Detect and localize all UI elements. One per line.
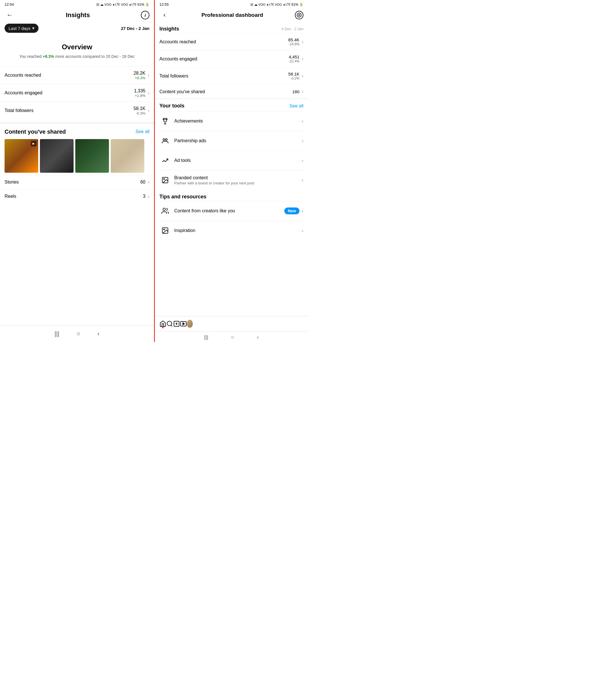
back-button-right[interactable]: ‹	[159, 10, 170, 20]
content-see-all-button[interactable]: See all	[135, 129, 150, 134]
thumbnail-2[interactable]	[40, 139, 73, 173]
play-icon-1: ▶	[31, 141, 37, 146]
stat-row-accounts-reached[interactable]: Accounts reached 28.2K +8.3% ›	[0, 66, 154, 84]
date-filter-pill[interactable]: Last 7 days ▾	[4, 24, 39, 33]
chevron-icon: ›	[302, 73, 304, 79]
svg-point-7	[164, 229, 164, 230]
chevron-icon: ›	[148, 90, 150, 96]
right-stat-row-accounts-engaged[interactable]: Accounts engaged 4,451 -22.4% ›	[159, 50, 304, 67]
android-home-icon[interactable]: ○	[231, 334, 234, 340]
tip-creators-like-you[interactable]: Content from creators like you New ›	[159, 201, 304, 221]
bottom-nav-left: ||| ○ ‹	[0, 325, 154, 342]
info-button[interactable]: i	[141, 11, 150, 19]
page-title-left: Insights	[66, 12, 90, 19]
svg-point-2	[166, 138, 168, 140]
content-section: Content you've shared See all ▶	[0, 124, 154, 175]
chevron-icon: ›	[302, 177, 304, 183]
tool-branded-content[interactable]: Branded content Partner with a brand or …	[159, 170, 304, 190]
stat-row-accounts-engaged[interactable]: Accounts engaged 1,335 +1.8% ›	[0, 84, 154, 102]
creators-icon	[159, 205, 171, 216]
tip-inspiration[interactable]: Inspiration ›	[159, 221, 304, 240]
ad-tools-icon	[159, 155, 171, 166]
tools-see-all-button[interactable]: See all	[289, 104, 304, 109]
chevron-icon: ›	[302, 158, 304, 164]
status-icons-left: ⊟ ☁ VOO ▲LTE VOO ▲LTE 61% 🔋	[96, 3, 150, 6]
partnership-ads-icon	[159, 135, 171, 146]
branded-content-icon	[159, 175, 171, 186]
right-panel: 12:55 ⊟ ☁ VOO ▲LTE VOO ▲LTE 61% 🔋 ‹ Prof…	[154, 0, 308, 342]
stories-row[interactable]: Stories 60 ›	[0, 175, 154, 189]
tool-partnership-ads[interactable]: Partnership ads ›	[159, 131, 304, 151]
gear-icon[interactable]	[295, 11, 304, 19]
thumbnail-3[interactable]	[75, 139, 109, 173]
tools-title: Your tools	[159, 103, 184, 109]
right-stat-row-total-followers[interactable]: Total followers 58.1K -0.2% ›	[159, 67, 304, 84]
overview-section: Overview You reached +8.3% more accounts…	[0, 37, 154, 64]
stat-row-total-followers[interactable]: Total followers 58.1K -0.3% ›	[0, 102, 154, 119]
inspiration-icon	[159, 225, 171, 236]
insights-header: Insights 4 Dec - 2 Jan	[159, 26, 304, 32]
tips-section: Tips and resources Content from creators…	[155, 190, 308, 240]
chevron-icon: ›	[148, 179, 150, 185]
new-badge: New	[284, 207, 300, 214]
overview-title: Overview	[4, 43, 150, 51]
svg-point-4	[164, 179, 164, 180]
status-time-left: 12:54	[4, 2, 14, 6]
nav-back-icon[interactable]: ‹	[97, 330, 100, 338]
date-filter-row: Last 7 days ▾ 27 Dec - 2 Jan	[0, 24, 154, 37]
status-icons-right: ⊟ ☁ VOO ▲LTE VOO ▲LTE 61% 🔋	[250, 3, 304, 6]
svg-point-8	[167, 321, 172, 326]
insights-date: 4 Dec - 2 Jan	[282, 27, 304, 31]
status-time-right: 12:55	[159, 2, 169, 6]
nav-home-icon[interactable]: ○	[76, 330, 80, 338]
tips-title: Tips and resources	[159, 194, 304, 200]
top-nav-left: ← Insights i	[0, 8, 154, 24]
right-stat-row-content-shared[interactable]: Content you've shared 180 ›	[159, 84, 304, 99]
chevron-icon: ›	[302, 56, 304, 62]
svg-line-9	[171, 325, 172, 326]
tool-achievements[interactable]: Achievements ›	[159, 111, 304, 131]
tools-section: Your tools See all Achievements ›	[155, 99, 308, 190]
search-icon[interactable]	[166, 320, 173, 327]
chevron-icon: ›	[302, 208, 304, 214]
profile-avatar[interactable]	[187, 320, 193, 328]
thumbnail-4[interactable]	[111, 139, 144, 173]
chevron-icon: ›	[302, 39, 304, 45]
achievements-icon	[159, 115, 171, 127]
thumbnails-row: ▶	[4, 139, 150, 173]
status-bar-right: 12:55 ⊟ ☁ VOO ▲LTE VOO ▲LTE 61% 🔋	[155, 0, 308, 8]
android-bottom-nav: ||| ○ ‹	[155, 331, 308, 342]
section-divider	[0, 122, 154, 124]
chevron-icon: ›	[302, 138, 304, 144]
back-button-left[interactable]: ←	[4, 10, 15, 20]
home-icon[interactable]	[159, 320, 166, 327]
chevron-icon: ›	[148, 72, 150, 78]
top-nav-right: ‹ Professional dashboard	[155, 8, 308, 24]
insights-section: Insights 4 Dec - 2 Jan Accounts reached …	[155, 24, 308, 99]
page-title-right: Professional dashboard	[201, 12, 263, 18]
svg-point-0	[299, 15, 300, 16]
android-menu-icon[interactable]: |||	[204, 334, 208, 340]
nav-menu-icon[interactable]: |||	[54, 330, 59, 338]
thumbnail-1[interactable]: ▶	[4, 139, 38, 173]
svg-point-5	[163, 208, 166, 211]
overview-subtitle: You reached +8.3% more accounts compared…	[4, 54, 150, 60]
reels-icon[interactable]	[180, 320, 187, 327]
chevron-icon: ›	[302, 118, 304, 124]
home-dot	[162, 327, 164, 328]
chevron-icon: ›	[148, 193, 150, 200]
content-stats-list: Stories 60 › Reels 3 ›	[0, 175, 154, 204]
stats-list: Accounts reached 28.2K +8.3% › Accounts …	[0, 64, 154, 122]
tool-ad-tools[interactable]: Ad tools ›	[159, 151, 304, 170]
reels-row[interactable]: Reels 3 ›	[0, 189, 154, 204]
bottom-nav-right	[155, 316, 308, 331]
android-back-icon[interactable]: ‹	[257, 334, 259, 340]
create-icon[interactable]	[173, 320, 180, 327]
chevron-icon: ›	[148, 108, 150, 114]
svg-point-1	[163, 138, 165, 140]
right-stat-row-accounts-reached[interactable]: Accounts reached 85.4K -24.8% ›	[159, 33, 304, 50]
chevron-icon: ›	[302, 89, 304, 95]
left-panel: 12:54 ⊟ ☁ VOO ▲LTE VOO ▲LTE 61% 🔋 ← Insi…	[0, 0, 154, 342]
chevron-icon: ›	[302, 228, 304, 234]
content-section-header: Content you've shared See all	[4, 129, 150, 135]
